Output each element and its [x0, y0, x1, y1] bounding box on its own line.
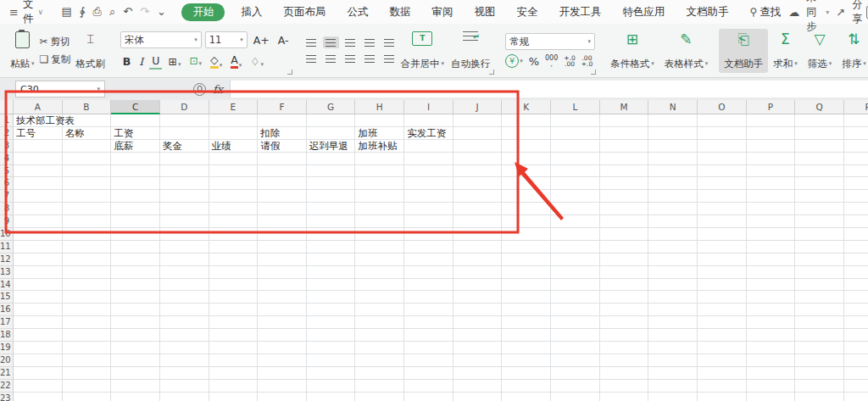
- menu-tab-home[interactable]: 开始: [181, 3, 225, 21]
- cell-R11[interactable]: [844, 241, 868, 253]
- cell-F22[interactable]: [258, 380, 307, 393]
- cell-B10[interactable]: [63, 228, 112, 241]
- cell-J6[interactable]: [453, 177, 503, 190]
- cell-E1[interactable]: [209, 114, 259, 127]
- cell-Q17[interactable]: [795, 316, 844, 329]
- cell-H1[interactable]: [355, 114, 404, 127]
- redo-icon[interactable]: ↷: [140, 5, 149, 18]
- font-size-select[interactable]: 11 ▾: [205, 31, 248, 48]
- cell-H12[interactable]: [355, 253, 404, 266]
- cell-M22[interactable]: [600, 380, 649, 393]
- row-header-17[interactable]: 17: [0, 316, 14, 329]
- column-header-M[interactable]: M: [600, 100, 649, 114]
- cell-R15[interactable]: [844, 291, 868, 304]
- justify-button[interactable]: [362, 53, 378, 64]
- cell-J9[interactable]: [453, 215, 503, 228]
- decrease-indent-button[interactable]: [362, 36, 378, 48]
- cell-L8[interactable]: [551, 203, 600, 215]
- cell-Q13[interactable]: [795, 266, 844, 279]
- cell-Q1[interactable]: [795, 114, 844, 127]
- cell-H15[interactable]: [355, 291, 404, 304]
- cell-I7[interactable]: [404, 190, 453, 203]
- share-icon[interactable]: ↗: [836, 6, 845, 19]
- cell-L6[interactable]: [551, 177, 600, 190]
- cell-J12[interactable]: [453, 253, 503, 266]
- cell-R6[interactable]: [844, 177, 868, 190]
- row-header-15[interactable]: 15: [0, 291, 14, 304]
- row-header-14[interactable]: 14: [0, 279, 14, 292]
- cell-H3[interactable]: 加班补贴: [355, 140, 404, 153]
- cell-E11[interactable]: [209, 241, 259, 253]
- cell-Q18[interactable]: [795, 329, 844, 342]
- cell-Q7[interactable]: [795, 190, 844, 203]
- share-label[interactable]: 分享: [852, 0, 862, 26]
- cell-H17[interactable]: [355, 316, 404, 329]
- cell-J8[interactable]: [453, 203, 503, 215]
- cell-N6[interactable]: [648, 177, 698, 190]
- column-header-B[interactable]: B: [63, 100, 112, 114]
- cell-E16[interactable]: [209, 304, 259, 316]
- row-header-6[interactable]: 6: [0, 177, 14, 190]
- cell-O1[interactable]: [698, 114, 747, 127]
- cell-E7[interactable]: [209, 190, 259, 203]
- cell-P19[interactable]: [747, 342, 796, 354]
- column-header-E[interactable]: E: [209, 100, 259, 114]
- cell-Q23[interactable]: [795, 393, 844, 401]
- cell-G21[interactable]: [307, 367, 356, 380]
- cell-M18[interactable]: [600, 329, 649, 342]
- row-header-9[interactable]: 9: [0, 215, 14, 228]
- cell-A15[interactable]: [14, 291, 63, 304]
- cell-N8[interactable]: [648, 203, 698, 215]
- column-header-I[interactable]: I: [404, 100, 453, 114]
- row-header-16[interactable]: 16: [0, 304, 14, 316]
- font-color-button[interactable]: A▾: [228, 53, 244, 70]
- cell-A2[interactable]: 工号: [14, 127, 63, 140]
- cell-Q5[interactable]: [795, 165, 844, 178]
- cell-C22[interactable]: [111, 380, 160, 393]
- sum-button[interactable]: Σ求和▾: [768, 29, 803, 73]
- cell-P13[interactable]: [747, 266, 796, 279]
- menu-tab-find[interactable]: ⚲查找: [744, 3, 786, 21]
- number-format-select[interactable]: 常规 ▾: [505, 33, 595, 50]
- shading-color-button[interactable]: ◇▾: [208, 53, 225, 70]
- cell-A17[interactable]: [14, 316, 63, 329]
- cell-J22[interactable]: [453, 380, 503, 393]
- cell-L15[interactable]: [551, 291, 600, 304]
- cell-C21[interactable]: [111, 367, 160, 380]
- cell-E3[interactable]: 业绩: [209, 140, 259, 153]
- cell-G20[interactable]: [307, 354, 356, 367]
- dialog-launcher[interactable]: [287, 70, 292, 75]
- cell-J3[interactable]: [453, 140, 503, 153]
- cell-I16[interactable]: [404, 304, 453, 316]
- cell-P20[interactable]: [747, 354, 796, 367]
- italic-button[interactable]: I: [136, 54, 146, 69]
- cell-I18[interactable]: [404, 329, 453, 342]
- column-header-J[interactable]: J: [453, 100, 503, 114]
- cell-N9[interactable]: [648, 215, 698, 228]
- cut-button[interactable]: ✂ 剪切: [40, 36, 71, 48]
- cell-K14[interactable]: [502, 279, 551, 292]
- cell-G18[interactable]: [307, 329, 356, 342]
- cell-F18[interactable]: [258, 329, 307, 342]
- cell-E18[interactable]: [209, 329, 259, 342]
- cell-D20[interactable]: [160, 354, 209, 367]
- cell-F7[interactable]: [258, 190, 307, 203]
- cell-D23[interactable]: [160, 393, 209, 401]
- cell-N17[interactable]: [648, 316, 698, 329]
- column-header-R[interactable]: R: [844, 100, 868, 114]
- cell-G19[interactable]: [307, 342, 356, 354]
- table-style-button[interactable]: ✎表格样式▾: [659, 29, 714, 73]
- cell-N7[interactable]: [648, 190, 698, 203]
- cell-H11[interactable]: [355, 241, 404, 253]
- cell-P2[interactable]: [747, 127, 796, 140]
- cell-J13[interactable]: [453, 266, 503, 279]
- menu-tab-insert[interactable]: 插入: [236, 3, 267, 21]
- cell-O20[interactable]: [698, 354, 747, 367]
- cell-P23[interactable]: [747, 393, 796, 401]
- cell-H4[interactable]: [355, 153, 404, 165]
- cell-B23[interactable]: [63, 393, 112, 401]
- cell-A12[interactable]: [14, 253, 63, 266]
- cell-O4[interactable]: [698, 153, 747, 165]
- cell-R3[interactable]: [844, 140, 868, 153]
- row-header-3[interactable]: 3: [0, 140, 14, 153]
